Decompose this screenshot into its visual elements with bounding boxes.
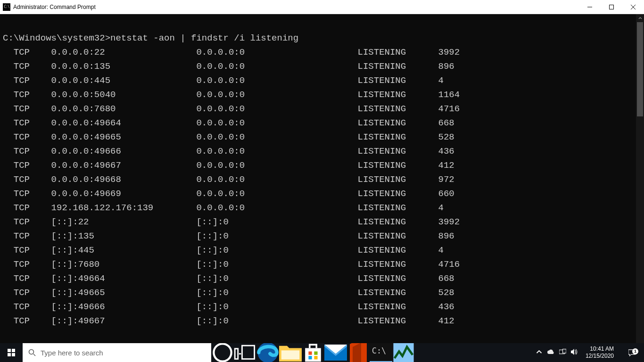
office-icon[interactable] (347, 343, 370, 362)
search-icon (28, 349, 36, 356)
svg-rect-3 (8, 353, 11, 356)
start-button[interactable] (0, 343, 23, 362)
svg-point-6 (214, 344, 231, 361)
svg-rect-20 (562, 349, 566, 353)
cmd-taskbar-icon[interactable]: C:\ (370, 343, 392, 362)
vertical-scrollbar[interactable] (636, 14, 644, 343)
svg-rect-2 (12, 349, 15, 352)
window-title: Administrator: Command Prompt (13, 4, 96, 10)
svg-rect-0 (610, 5, 614, 9)
svg-rect-14 (314, 356, 317, 359)
svg-text:C:\: C:\ (372, 346, 386, 355)
system-tray: 10:41 AM 12/15/2020 1 (531, 343, 644, 362)
scrollbar-up-icon[interactable] (636, 14, 644, 22)
cmd-window: C:\ Administrator: Command Prompt C:\Win… (0, 0, 644, 362)
microsoft-store-icon[interactable] (302, 343, 324, 362)
titlebar[interactable]: C:\ Administrator: Command Prompt (0, 0, 644, 14)
tray-overflow-icon[interactable] (536, 348, 543, 357)
svg-rect-12 (314, 352, 317, 355)
taskbar: Type here to search C:\ (0, 343, 644, 362)
maximize-button[interactable] (601, 0, 622, 14)
clock-time: 10:41 AM (590, 346, 614, 353)
edge-icon[interactable] (256, 343, 279, 362)
taskbar-search[interactable]: Type here to search (23, 343, 211, 362)
taskbar-spacer (415, 343, 531, 362)
action-center-button[interactable]: 1 (621, 349, 642, 356)
terminal-area: C:\Windows\system32>netstat -aon | finds… (0, 14, 644, 343)
svg-rect-8 (242, 346, 254, 359)
svg-rect-7 (235, 348, 238, 359)
notification-badge: 1 (632, 348, 638, 354)
volume-icon[interactable] (571, 348, 578, 357)
cmd-app-icon-label: C:\ (4, 5, 9, 9)
minimize-button[interactable] (579, 0, 601, 14)
onedrive-icon[interactable] (547, 348, 554, 357)
svg-point-5 (29, 350, 34, 354)
taskbar-clock[interactable]: 10:41 AM 12/15/2020 (583, 346, 617, 360)
network-icon[interactable] (559, 348, 566, 357)
svg-rect-13 (308, 356, 312, 359)
clock-date: 12/15/2020 (586, 353, 614, 360)
terminal-output[interactable]: C:\Windows\system32>netstat -aon | finds… (0, 14, 636, 343)
svg-rect-10 (281, 350, 299, 359)
mail-icon[interactable] (324, 343, 347, 362)
svg-rect-4 (12, 353, 15, 356)
cortana-button[interactable] (211, 343, 234, 362)
svg-rect-1 (8, 349, 11, 352)
task-manager-icon[interactable] (392, 343, 415, 362)
task-view-button[interactable] (234, 343, 256, 362)
close-button[interactable] (622, 0, 644, 14)
search-placeholder: Type here to search (41, 349, 103, 357)
svg-rect-11 (308, 352, 312, 355)
cmd-app-icon: C:\ (3, 3, 10, 11)
scrollbar-thumb[interactable] (637, 22, 643, 116)
file-explorer-icon[interactable] (279, 343, 302, 362)
